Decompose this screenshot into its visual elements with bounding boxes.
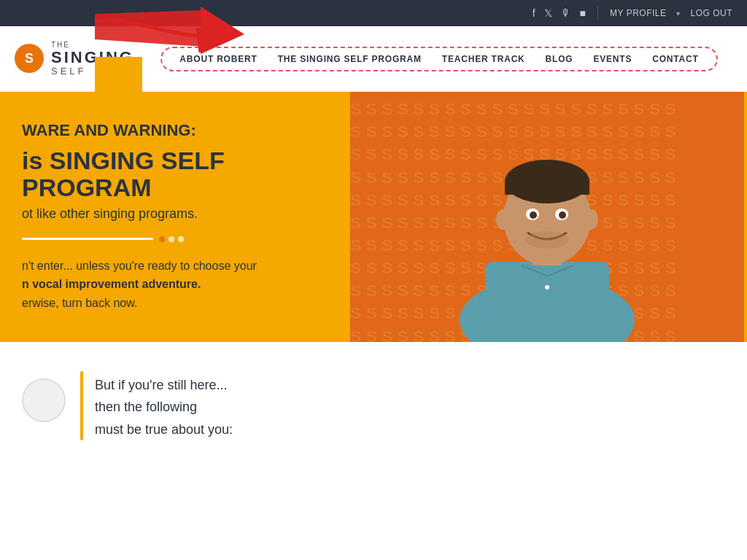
lower-section: But if you're still here... then the fol… [0, 342, 747, 470]
hero-section: WARE AND WARNING: is SINGING SELF PROGRA… [0, 92, 747, 342]
svg-point-22 [530, 211, 537, 219]
hero-body: n't enter... unless you're ready to choo… [22, 257, 328, 313]
hero-warning: WARE AND WARNING: [22, 121, 328, 140]
podcast-icon[interactable]: 🎙 [561, 7, 571, 19]
logo-initial: S [25, 51, 34, 66]
hero-image-panel: S S S S S S S S S S S S S S S S S S S S … [350, 92, 744, 342]
dot-2 [169, 236, 174, 242]
dot-1 [159, 236, 165, 242]
yellow-square-decoration [95, 57, 142, 104]
divider-dots [159, 236, 184, 242]
avatar-placeholder [22, 378, 66, 422]
svg-point-26 [584, 209, 598, 230]
hero-subtitle: ot like other singing programs. [22, 206, 328, 222]
header: S THE SINGING SELF [0, 26, 747, 92]
nav-blog[interactable]: BLOG [546, 54, 573, 64]
instagram-icon[interactable]: ■ [580, 7, 586, 19]
chevron-down-icon: ▾ [676, 9, 680, 18]
nav-area: ABOUT ROBERT THE SINGING SELF PROGRAM TE… [146, 47, 732, 71]
divider [597, 7, 598, 20]
divider-line [22, 238, 153, 240]
svg-rect-19 [505, 180, 589, 195]
person-figure [441, 116, 653, 342]
top-bar: f 𝕏 🎙 ■ MY PROFILE ▾ LOG OUT [0, 0, 747, 26]
svg-point-27 [525, 231, 569, 249]
svg-point-23 [559, 211, 566, 219]
lower-text-block: But if you're still here... then the fol… [80, 371, 233, 441]
hero-content: WARE AND WARNING: is SINGING SELF PROGRA… [0, 92, 350, 342]
hero-divider [22, 236, 328, 242]
nav-singing-self-program[interactable]: THE SINGING SELF PROGRAM [278, 54, 422, 64]
nav-events[interactable]: EVENTS [593, 54, 632, 64]
logo-circle[interactable]: S [15, 44, 44, 73]
nav-contact[interactable]: CONTACT [652, 54, 698, 64]
hero-title: is SINGING SELF PROGRAM [22, 147, 328, 202]
facebook-icon[interactable]: f [533, 7, 535, 19]
logout-link[interactable]: LOG OUT [690, 8, 732, 18]
social-icons: f 𝕏 🎙 ■ [533, 7, 586, 19]
my-profile-link[interactable]: MY PROFILE [610, 8, 666, 18]
side-accent [80, 371, 83, 441]
nav-teacher-track[interactable]: TEACHER TRACK [442, 54, 525, 64]
top-bar-links: MY PROFILE ▾ LOG OUT [610, 8, 732, 18]
nav-about-robert[interactable]: ABOUT ROBERT [179, 54, 257, 64]
twitter-icon[interactable]: 𝕏 [544, 7, 552, 19]
svg-point-24 [545, 285, 549, 289]
nav-border: ABOUT ROBERT THE SINGING SELF PROGRAM TE… [160, 47, 717, 71]
lower-quote: But if you're still here... then the fol… [95, 371, 233, 441]
dot-3 [178, 236, 184, 242]
svg-point-25 [496, 209, 511, 230]
svg-rect-15 [485, 262, 609, 342]
